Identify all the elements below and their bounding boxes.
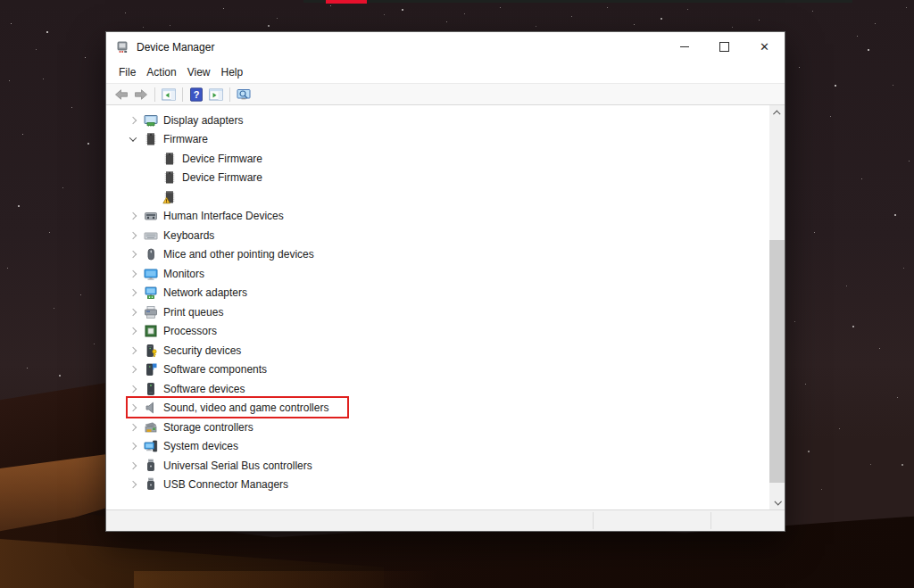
firmware-warning-icon	[162, 190, 177, 204]
chevron-right-icon[interactable]	[128, 310, 138, 315]
storage-controller-icon	[144, 420, 158, 435]
tree-item-security-devices[interactable]: Security devices	[106, 341, 769, 360]
maximize-icon	[719, 42, 729, 52]
toolbar	[106, 83, 785, 105]
scan-hardware-icon[interactable]	[237, 87, 251, 102]
tree-item-human-interface-devices[interactable]: Human Interface Devices	[106, 207, 769, 227]
starfield-large	[0, 0, 2, 2]
chevron-right-icon[interactable]	[128, 463, 138, 468]
scroll-up-button[interactable]	[769, 105, 785, 120]
tree-item-label: Device Firmware	[182, 171, 262, 184]
tree-item-print-queues[interactable]: Print queues	[106, 302, 769, 322]
chevron-right-icon[interactable]	[128, 443, 138, 449]
window-controls: ✕	[664, 32, 785, 62]
keyboard-icon	[144, 228, 158, 243]
chevron-right-icon[interactable]	[128, 118, 138, 123]
menu-help[interactable]: Help	[216, 63, 249, 81]
firmware-chip-icon	[144, 132, 158, 146]
tree-item-device-firmware-2[interactable]: Device Firmware	[106, 169, 769, 188]
toolbar-separator	[154, 87, 155, 102]
tree-item-monitors[interactable]: Monitors	[106, 264, 769, 284]
tree-item-storage-controllers[interactable]: Storage controllers	[106, 418, 769, 437]
menu-action[interactable]: Action	[141, 63, 181, 81]
tree-item-label: Sound, video and game controllers	[163, 402, 328, 414]
window-title: Device Manager	[137, 41, 214, 54]
mouse-icon	[144, 247, 158, 261]
tree-item-keyboards[interactable]: Keyboards	[106, 226, 769, 245]
chevron-right-icon[interactable]	[128, 252, 138, 257]
tree-item-label: Software devices	[163, 383, 245, 395]
tree-item-label: USB Connector Managers	[163, 478, 288, 491]
tree-item-device-firmware-1[interactable]: Device Firmware	[106, 149, 769, 169]
menu-file[interactable]: File	[113, 63, 141, 81]
chevron-right-icon[interactable]	[128, 367, 138, 372]
tree-item-label: Monitors	[163, 268, 204, 280]
titlebar[interactable]: Device Manager ✕	[106, 32, 785, 62]
chevron-right-icon[interactable]	[128, 425, 138, 430]
tree-item-network-adapters[interactable]: Network adapters	[106, 284, 769, 303]
processor-icon	[144, 324, 158, 338]
desert-dune-glow	[134, 571, 437, 588]
system-device-icon	[144, 439, 158, 453]
back-icon[interactable]	[114, 87, 129, 102]
tree-item-display-adapters[interactable]: Display adapters	[106, 111, 769, 130]
tree-item-sound-video-game-controllers[interactable]: Sound, video and game controllers	[106, 399, 769, 418]
display-adapters-icon	[144, 113, 158, 128]
vertical-scrollbar[interactable]	[769, 105, 785, 509]
chevron-right-icon[interactable]	[128, 405, 138, 410]
chevron-up-icon	[773, 110, 780, 117]
background-window-edge	[303, 0, 852, 3]
console-tree-icon[interactable]	[162, 87, 176, 102]
tree-item-firmware[interactable]: Firmware	[106, 130, 769, 150]
help-icon[interactable]	[189, 87, 204, 102]
chevron-right-icon[interactable]	[128, 328, 138, 334]
tree-item-label: Print queues	[163, 306, 223, 319]
maximize-button[interactable]	[704, 32, 744, 62]
properties-icon[interactable]	[209, 87, 223, 102]
chevron-right-icon[interactable]	[128, 482, 138, 487]
close-button[interactable]: ✕	[744, 32, 785, 62]
minimize-button[interactable]	[664, 32, 704, 62]
forward-icon[interactable]	[134, 87, 148, 102]
tree-item-label: Display adapters	[163, 114, 243, 127]
chevron-right-icon[interactable]	[128, 348, 138, 353]
background-red-accent	[326, 0, 367, 4]
tree-item-label: Device Firmware	[182, 153, 262, 165]
chevron-right-icon[interactable]	[128, 233, 138, 238]
tree-item-processors[interactable]: Processors	[106, 322, 769, 342]
chevron-down-icon[interactable]	[128, 137, 138, 142]
tree-item-software-devices[interactable]: Software devices	[106, 379, 769, 399]
chevron-right-icon[interactable]	[128, 271, 138, 277]
tree-item-label: Mice and other pointing devices	[163, 248, 314, 261]
status-bar-separator	[593, 512, 594, 529]
chevron-right-icon[interactable]	[128, 213, 138, 219]
tree-item-label: Storage controllers	[163, 421, 253, 434]
chevron-right-icon[interactable]	[128, 386, 138, 392]
software-component-icon	[144, 362, 158, 377]
monitor-icon	[144, 267, 158, 281]
toolbar-separator	[182, 87, 183, 102]
scroll-down-button[interactable]	[769, 494, 785, 509]
tree-item-usb-controllers[interactable]: Universal Serial Bus controllers	[106, 456, 769, 476]
tree-item-unknown-firmware-warning[interactable]	[106, 187, 769, 207]
scrollbar-thumb[interactable]	[769, 240, 785, 483]
menu-view[interactable]: View	[182, 63, 216, 81]
tree-item-software-components[interactable]: Software components	[106, 360, 769, 380]
menu-bar: File Action View Help	[106, 62, 785, 83]
tree-item-usb-connector-managers[interactable]: USB Connector Managers	[106, 476, 769, 495]
tree-item-label: System devices	[163, 440, 238, 452]
tree-item-label: Security devices	[163, 344, 241, 357]
usb-icon	[144, 459, 158, 473]
status-bar-separator	[710, 512, 711, 529]
software-device-icon	[144, 382, 158, 396]
tree-item-system-devices[interactable]: System devices	[106, 437, 769, 457]
toolbar-separator	[229, 87, 230, 102]
printer-icon	[144, 305, 158, 319]
tree-item-label: Human Interface Devices	[163, 210, 284, 222]
firmware-chip-icon	[162, 152, 177, 166]
hid-icon	[144, 209, 158, 223]
chevron-right-icon[interactable]	[128, 290, 138, 295]
tree-item-mice[interactable]: Mice and other pointing devices	[106, 245, 769, 265]
network-adapter-icon	[144, 286, 158, 300]
device-tree: Display adapters Firmware Device Firmwar…	[106, 105, 785, 509]
